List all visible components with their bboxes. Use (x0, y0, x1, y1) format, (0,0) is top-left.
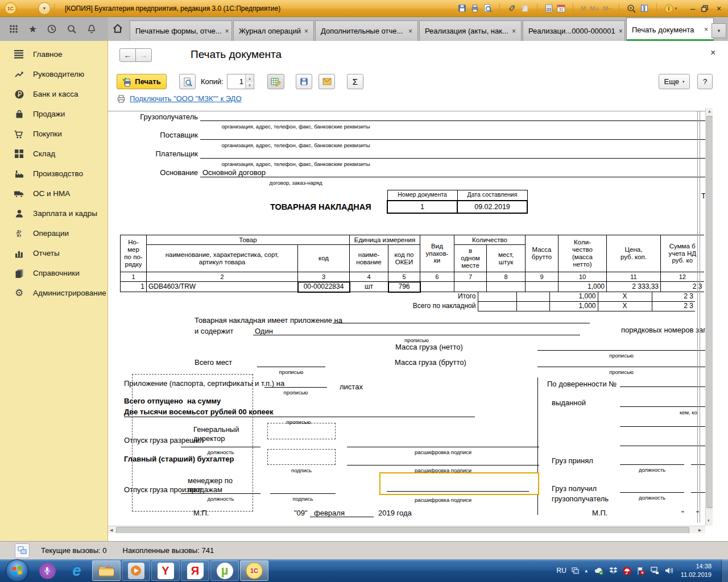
calendar-icon[interactable]: 31 (557, 4, 565, 13)
form-close-icon[interactable]: × (710, 48, 715, 58)
zoom-icon[interactable] (627, 4, 636, 13)
tab-close-icon[interactable]: × (222, 27, 229, 35)
start-button[interactable] (6, 559, 28, 582)
print-preview-icon[interactable] (483, 4, 492, 13)
sidebar-item-directories[interactable]: Справочники (0, 263, 107, 283)
sidebar-item-sales[interactable]: Продажи (0, 104, 107, 124)
sidebar-item-main[interactable]: Главное (0, 44, 107, 64)
edit-table-button[interactable] (267, 74, 284, 89)
print-document[interactable]: Грузополучатель организация, адрес, теле… (108, 108, 713, 533)
memory-mplus-button[interactable]: M+ (590, 5, 599, 12)
sidebar-item-fixed-assets[interactable]: ОС и НМА (0, 184, 107, 203)
volume-icon[interactable] (664, 567, 673, 575)
hidden-icons-arrow[interactable]: ▲ (584, 568, 589, 573)
close-button[interactable]: × (714, 4, 723, 13)
sidebar-item-administration[interactable]: ⚙Администрирование (0, 283, 107, 303)
tab-close-icon[interactable]: × (301, 27, 308, 35)
back-button[interactable]: ← (119, 48, 136, 62)
form-text: выданной (552, 398, 586, 407)
vertical-scroll-thumb[interactable] (706, 116, 713, 508)
minimize-button[interactable]: – (688, 4, 697, 13)
tab-list-dropdown[interactable]: ▼ (712, 23, 726, 38)
dropbox-icon[interactable] (609, 567, 618, 575)
taskbar-media-player[interactable] (122, 560, 150, 581)
tab-close-icon[interactable]: × (615, 27, 623, 35)
split-view-icon[interactable] (640, 4, 649, 13)
forward-button[interactable]: → (135, 48, 152, 62)
tab-close-icon[interactable]: × (508, 27, 516, 35)
memory-mminus-button[interactable]: M− (603, 5, 612, 12)
stepper-down-icon[interactable]: ▾ (246, 82, 254, 89)
scroll-right-icon[interactable]: ▶ (698, 528, 701, 533)
tab-close-icon[interactable]: × (701, 26, 708, 34)
help-button[interactable]: ? (697, 74, 713, 89)
more-button[interactable]: Еще▾ (659, 74, 690, 89)
get-link-icon[interactable] (507, 4, 516, 13)
taskbar-y-browser[interactable]: Y (151, 560, 180, 581)
notifications-bell-icon[interactable] (86, 24, 97, 34)
horizontal-scrollbar[interactable]: ◀ ▶ (108, 526, 705, 533)
layout-panel-icon[interactable] (572, 567, 579, 575)
cloud-sync-icon[interactable] (594, 567, 604, 575)
tab-print-document[interactable]: Печать документа× (626, 18, 714, 41)
print-icon[interactable] (470, 4, 479, 13)
tab-realization-list[interactable]: Реализация (акты, нак...× (419, 20, 522, 41)
taskbar-yandex-browser[interactable]: Я (181, 560, 209, 581)
preview-button[interactable] (179, 74, 196, 89)
tab-operations-journal[interactable]: Журнал операций× (233, 20, 314, 41)
sidebar-item-operations[interactable]: Дт КтОперации (0, 223, 107, 243)
save-button[interactable] (296, 74, 312, 89)
taskbar-voice-app[interactable] (33, 560, 61, 581)
taskbar-utorrent[interactable]: µ (210, 560, 239, 581)
restore-button[interactable] (701, 5, 710, 12)
copies-label: Копий: (201, 77, 224, 86)
tab-additional-reports[interactable]: Дополнительные отче...× (315, 20, 418, 41)
language-indicator[interactable]: RU (556, 567, 566, 575)
horizontal-scroll-thumb[interactable] (116, 527, 689, 533)
sections-grid-icon[interactable] (9, 24, 19, 34)
send-mail-button[interactable] (318, 74, 335, 89)
tab-realization-doc[interactable]: Реализаци...0000-000001× (523, 20, 625, 41)
copies-stepper[interactable]: 1 ▴▾ (227, 74, 254, 89)
sidebar-item-warehouse[interactable]: Склад (0, 144, 107, 164)
taskbar-1c[interactable]: 1С (240, 560, 268, 581)
sidebar-item-production[interactable]: Производство (0, 164, 107, 184)
info-icon[interactable]: i▾ (664, 4, 677, 13)
sidebar-item-purchases[interactable]: Покупки (0, 124, 107, 144)
svg-text:31: 31 (559, 7, 564, 11)
search-icon[interactable] (67, 24, 77, 34)
sum-button[interactable]: Σ (347, 74, 363, 89)
calculator-icon[interactable] (545, 4, 553, 13)
scroll-left-icon[interactable]: ◀ (110, 528, 113, 533)
go-link-icon[interactable] (520, 4, 530, 13)
taskbar-explorer[interactable] (92, 560, 121, 581)
favorites-star-icon[interactable]: ★ (28, 24, 37, 34)
divider (499, 3, 500, 14)
sidebar-item-manager[interactable]: Руководителю (0, 64, 107, 84)
network-icon[interactable] (650, 567, 659, 575)
vertical-scrollbar[interactable]: ▲ ▾ (705, 108, 713, 526)
action-center-flag-icon[interactable] (636, 567, 645, 575)
scroll-down-icon[interactable]: ▾ (708, 518, 710, 523)
sidebar-item-salary[interactable]: Зарплата и кадры (0, 203, 107, 223)
tab-close-icon[interactable]: × (405, 27, 412, 35)
home-icon[interactable] (112, 23, 123, 34)
taskbar-ie[interactable]: e (63, 560, 91, 581)
copies-value[interactable]: 1 (228, 74, 245, 89)
print-button[interactable]: Печать (117, 74, 167, 89)
edo-connect-link[interactable]: Подключить "ООО "МЗК"" к ЭДО (130, 94, 242, 103)
antivirus-icon[interactable] (623, 567, 631, 575)
tab-printed-forms[interactable]: Печатные формы, отче...× (130, 20, 232, 41)
clock[interactable]: 14:38 11.02.2019 (681, 562, 712, 579)
save-icon[interactable] (458, 4, 466, 13)
sidebar-item-reports[interactable]: Отчеты (0, 243, 107, 263)
history-icon[interactable] (47, 24, 57, 34)
show-desktop-button[interactable] (721, 559, 728, 582)
system-menu-button[interactable]: ▼ (38, 2, 51, 15)
memory-m-button[interactable]: M (581, 5, 586, 12)
selected-cell[interactable] (379, 472, 539, 495)
stepper-up-icon[interactable]: ▴ (246, 74, 254, 82)
folder-icon (98, 564, 115, 577)
sidebar-item-bank[interactable]: Банк и касса (0, 84, 107, 104)
scroll-up-icon[interactable]: ▲ (708, 109, 712, 113)
